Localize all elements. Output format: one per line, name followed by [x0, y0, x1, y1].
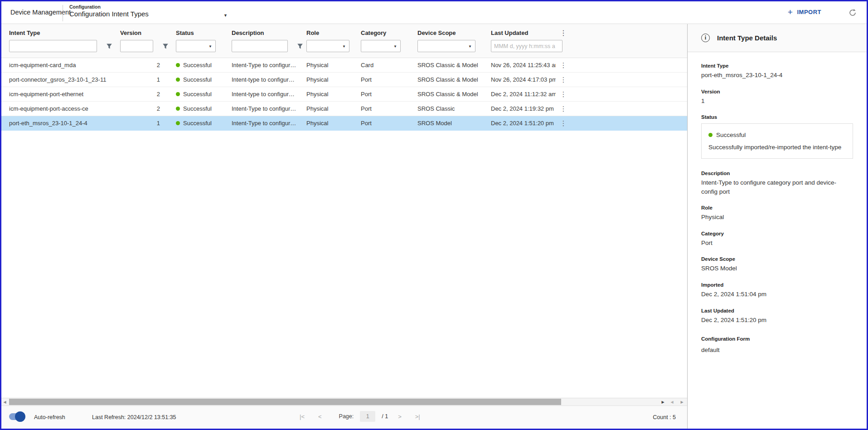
auto-refresh-label: Auto-refresh — [34, 414, 65, 420]
detail-role-value: Physical — [701, 213, 853, 222]
filter-funnel-icon[interactable] — [106, 43, 112, 49]
cell-description: Intent-type to configur… — [224, 76, 299, 83]
column-header-intent-type[interactable]: Intent Type — [1, 24, 112, 40]
filter-category-select[interactable]: ▼ — [361, 40, 401, 52]
column-header-last-updated[interactable]: Last Updated — [483, 24, 556, 40]
cell-last-updated: Nov 26, 2024 4:17:03 pm — [483, 76, 556, 83]
cell-version: 2 — [112, 91, 168, 98]
filter-intent-type-input[interactable] — [9, 40, 97, 52]
detail-description-value: Intent-Type to configure category port a… — [701, 178, 851, 196]
cell-version: 1 — [112, 120, 168, 127]
table-row[interactable]: icm-equipment-card_mda 2 Successful Inte… — [1, 58, 687, 73]
table-body: icm-equipment-card_mda 2 Successful Inte… — [1, 58, 687, 131]
cell-device-scope: SROS Classic & Model — [410, 62, 483, 68]
cell-version: 2 — [112, 62, 168, 68]
cell-last-updated: Nov 26, 2024 11:25:43 am — [483, 62, 556, 68]
last-page-button[interactable]: >| — [412, 411, 424, 422]
view-selector-dropdown[interactable]: Configuration Configuration Intent Types… — [69, 4, 149, 18]
cell-intent-type: port-eth_msros_23-10-1_24-4 — [1, 120, 112, 127]
cell-role: Physical — [299, 62, 353, 68]
detail-description-label: Description — [701, 171, 853, 176]
scrollbar-thumb[interactable] — [9, 399, 561, 405]
first-page-button[interactable]: |< — [296, 411, 308, 422]
table-row[interactable]: port-eth_msros_23-10-1_24-4 1 Successful… — [1, 116, 687, 131]
chevron-down-icon: ▼ — [342, 44, 346, 49]
detail-last-updated-label: Last Updated — [701, 308, 853, 313]
panel-scroll-left-icon[interactable]: ◀ — [669, 398, 675, 406]
chevron-down-icon: ▼ — [468, 44, 472, 49]
detail-imported-label: Imported — [701, 282, 853, 288]
table-row[interactable]: port-connector_gsros_23-10-1_23-11 1 Suc… — [1, 73, 687, 87]
column-header-version[interactable]: Version — [112, 24, 168, 40]
column-header-category[interactable]: Category — [353, 24, 410, 40]
column-header-role[interactable]: Role — [299, 24, 353, 40]
column-header-device-scope[interactable]: Device Scope — [410, 24, 483, 40]
column-header-description[interactable]: Description — [224, 24, 299, 40]
auto-refresh-toggle[interactable] — [9, 413, 24, 420]
pagination: |< < Page: / 1 > >| — [296, 411, 424, 422]
status-box: Successful Successfully imported/re-impo… — [701, 123, 853, 159]
filter-version-input[interactable] — [120, 40, 153, 52]
filter-status-select[interactable]: ▼ — [176, 40, 216, 52]
status-success-dot-icon — [176, 121, 180, 125]
page-total: / 1 — [382, 413, 388, 420]
import-button[interactable]: + IMPORT — [788, 8, 821, 16]
detail-status-message: Successfully imported/re-imported the in… — [708, 144, 846, 151]
horizontal-scrollbar[interactable]: ◀ ▶ ◀ ▶ — [1, 398, 687, 406]
cell-category: Port — [353, 76, 410, 83]
status-success-dot-icon — [176, 92, 180, 96]
scroll-left-arrow-icon[interactable]: ◀ — [1, 398, 8, 406]
filter-last-updated-input[interactable] — [491, 40, 563, 52]
cell-intent-type: icm-equipment-port-ethernet — [1, 91, 112, 98]
chevron-down-icon: ▼ — [393, 44, 397, 49]
cell-version: 2 — [112, 105, 168, 112]
row-actions-kebab-icon[interactable]: ⋮ — [556, 61, 571, 69]
cell-device-scope: SROS Classic & Model — [410, 91, 483, 98]
filter-role-select[interactable]: ▼ — [306, 40, 349, 52]
cell-category: Port — [353, 105, 410, 112]
cell-device-scope: SROS Classic & Model — [410, 76, 483, 83]
cell-status: Successful — [168, 91, 224, 98]
table-row[interactable]: icm-equipment-port-access-ce 2 Successfu… — [1, 102, 687, 116]
cell-last-updated: Dec 2, 2024 1:51:20 pm — [483, 120, 556, 127]
cell-status: Successful — [168, 76, 224, 83]
cell-role: Physical — [299, 76, 353, 83]
column-header-status[interactable]: Status — [168, 24, 224, 40]
cell-version: 1 — [112, 76, 168, 83]
device-management-window: Device Management Configuration Configur… — [0, 0, 868, 430]
row-actions-kebab-icon[interactable]: ⋮ — [556, 76, 571, 84]
refresh-icon[interactable] — [848, 8, 858, 18]
panel-scroll-right-icon[interactable]: ▶ — [679, 398, 685, 406]
cell-status: Successful — [168, 120, 224, 127]
row-actions-kebab-icon[interactable]: ⋮ — [556, 90, 571, 98]
detail-intent-type-label: Intent Type — [701, 63, 853, 68]
next-page-button[interactable]: > — [394, 411, 405, 422]
table-header-row: Intent Type Version Status Description R… — [1, 24, 687, 40]
row-count: Count : 5 — [653, 414, 676, 420]
cell-last-updated: Dec 2, 2024 11:12:32 am — [483, 91, 556, 98]
filter-funnel-icon[interactable] — [162, 43, 169, 49]
cell-device-scope: SROS Classic — [410, 105, 483, 112]
filter-device-scope-select[interactable]: ▼ — [417, 40, 475, 52]
detail-category-label: Category — [701, 231, 853, 236]
detail-category-value: Port — [701, 239, 853, 248]
cell-device-scope: SROS Model — [410, 120, 483, 127]
intent-types-table: Intent Type Version Status Description R… — [1, 24, 687, 429]
filter-description-input[interactable] — [232, 40, 288, 52]
detail-intent-type-value: port-eth_msros_23-10-1_24-4 — [701, 71, 853, 80]
table-row[interactable]: icm-equipment-port-ethernet 2 Successful… — [1, 87, 687, 102]
last-refresh-text: Last Refresh: 2024/12/2 13:51:35 — [92, 414, 176, 420]
scroll-right-arrow-icon[interactable]: ▶ — [659, 398, 666, 406]
table-settings-kebab-icon[interactable]: ⋮ — [556, 24, 571, 40]
previous-page-button[interactable]: < — [315, 411, 325, 422]
page-number-input[interactable] — [360, 411, 375, 422]
detail-last-updated-value: Dec 2, 2024 1:51:20 pm — [701, 316, 853, 325]
detail-status-label: Status — [701, 114, 853, 120]
cell-description: Intent-Type to configur… — [224, 120, 299, 127]
cell-role: Physical — [299, 91, 353, 98]
toggle-knob — [15, 411, 25, 422]
cell-description: Intent-Type to configur… — [224, 62, 299, 68]
chevron-down-icon: ▼ — [209, 44, 212, 49]
row-actions-kebab-icon[interactable]: ⋮ — [556, 105, 571, 113]
row-actions-kebab-icon[interactable]: ⋮ — [556, 119, 571, 127]
